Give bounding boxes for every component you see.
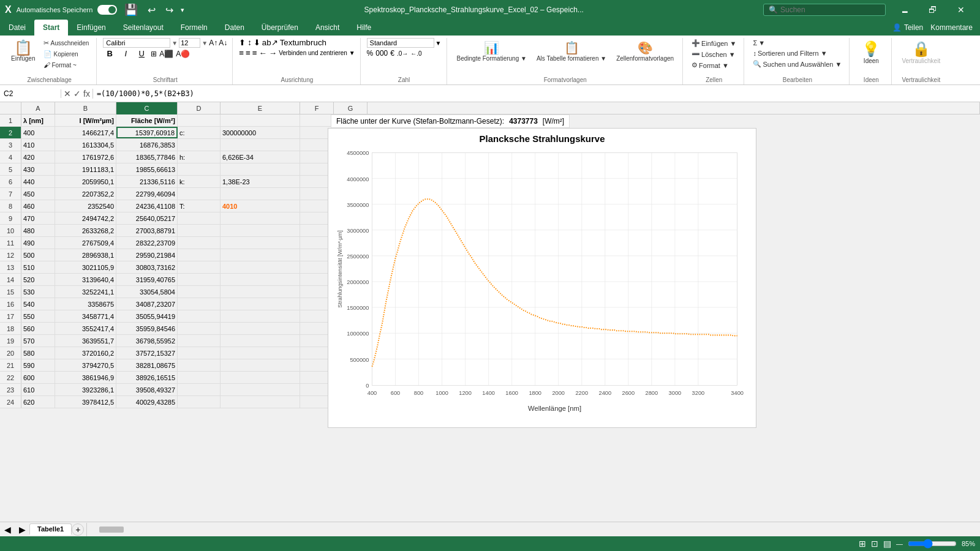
cell-b19[interactable]: 3639551,7 (55, 335, 116, 347)
cell-a3[interactable]: 410 (21, 139, 55, 151)
cell-b20[interactable]: 3720160,2 (55, 347, 116, 359)
cell-c2[interactable]: 15397,60918 (116, 127, 178, 138)
cell-b7[interactable]: 2207352,2 (55, 188, 116, 200)
row-number[interactable]: 21 (0, 359, 21, 371)
cell-b16[interactable]: 3358675 (55, 298, 116, 310)
cell-a4[interactable]: 420 (21, 151, 55, 163)
cell-b10[interactable]: 2633268,2 (55, 225, 116, 236)
cell-d4[interactable]: h: (178, 151, 221, 163)
cell-e14[interactable] (221, 274, 300, 285)
row-number[interactable]: 20 (0, 347, 21, 359)
bold-button[interactable]: B (103, 49, 116, 58)
cell-a10[interactable]: 480 (21, 225, 55, 236)
cell-b5[interactable]: 1911183,1 (55, 163, 116, 175)
border-button[interactable]: ⊞ (151, 50, 157, 58)
cell-b12[interactable]: 2896938,1 (55, 249, 116, 261)
cell-b24[interactable]: 3978412,5 (55, 396, 116, 408)
cell-c9[interactable]: 25640,05217 (116, 212, 178, 224)
row-number[interactable]: 14 (0, 274, 21, 285)
cell-e11[interactable] (221, 237, 300, 249)
font-size-input[interactable] (179, 38, 200, 48)
cell-e7[interactable] (221, 188, 300, 200)
cell-a22[interactable]: 600 (21, 372, 55, 383)
merge-cells-button[interactable]: Verbinden und zentrieren ▼ (279, 48, 355, 58)
cell-e5[interactable] (221, 163, 300, 175)
ideen-button[interactable]: 💡 Ideen (856, 38, 886, 67)
col-header-a[interactable]: A (21, 102, 55, 114)
cell-c5[interactable]: 19855,66613 (116, 163, 178, 175)
cell-d19[interactable] (178, 335, 221, 347)
cell-a17[interactable]: 550 (21, 310, 55, 322)
kommentare-button[interactable]: Kommentare (930, 23, 973, 32)
font-color-button[interactable]: A🔴 (176, 50, 190, 58)
cell-d16[interactable] (178, 298, 221, 310)
cell-d6[interactable]: k: (178, 176, 221, 187)
row-number[interactable]: 7 (0, 188, 21, 200)
cell-a16[interactable]: 540 (21, 298, 55, 310)
row-number[interactable]: 15 (0, 286, 21, 298)
cell-b21[interactable]: 3794270,5 (55, 359, 116, 371)
cell-e23[interactable] (221, 384, 300, 395)
cell-d17[interactable] (178, 310, 221, 322)
confirm-icon[interactable]: ✓ (74, 89, 81, 99)
align-center-button[interactable]: ≡ (246, 48, 251, 58)
align-left-button[interactable]: ≡ (239, 48, 244, 58)
cell-f1[interactable] (300, 114, 334, 126)
cell-a11[interactable]: 490 (21, 237, 55, 249)
einfuegen-button[interactable]: 📋 Einfügen (7, 38, 39, 64)
cell-a21[interactable]: 590 (21, 359, 55, 371)
cell-e24[interactable] (221, 396, 300, 408)
percent-button[interactable]: % (367, 49, 374, 58)
next-sheet-button[interactable]: ▶ (15, 522, 29, 537)
normal-view-button[interactable]: ⊞ (859, 539, 866, 549)
format-uebertragen-button[interactable]: 🖌 Format ~ (41, 60, 91, 70)
row-number[interactable]: 9 (0, 212, 21, 224)
cell-e6[interactable]: 1,38E-23 (221, 176, 300, 187)
row-number[interactable]: 13 (0, 261, 21, 273)
align-top-button[interactable]: ⬆ (239, 38, 246, 47)
cell-e21[interactable] (221, 359, 300, 371)
cell-a7[interactable]: 450 (21, 188, 55, 200)
increase-indent-button[interactable]: → (269, 48, 277, 58)
cell-d13[interactable] (178, 261, 221, 273)
cell-c12[interactable]: 29590,21984 (116, 249, 178, 261)
decrease-font-button[interactable]: A↓ (219, 39, 227, 47)
cell-e1[interactable] (221, 114, 300, 126)
cell-c1[interactable]: Fläche [W/m²] (116, 114, 178, 126)
cell-b14[interactable]: 3139640,4 (55, 274, 116, 285)
insert-function-icon[interactable]: fx (83, 89, 90, 99)
cell-a14[interactable]: 520 (21, 274, 55, 285)
row-number[interactable]: 1 (0, 114, 21, 126)
cell-c17[interactable]: 35055,94419 (116, 310, 178, 322)
cell-a8[interactable]: 460 (21, 200, 55, 212)
cell-a5[interactable]: 430 (21, 163, 55, 175)
cell-e4[interactable]: 6,626E-34 (221, 151, 300, 163)
italic-button[interactable]: I (119, 49, 132, 58)
cell-c18[interactable]: 35959,84546 (116, 323, 178, 334)
cell-c15[interactable]: 33054,5804 (116, 286, 178, 298)
tab-daten[interactable]: Daten (216, 20, 253, 36)
cell-d14[interactable] (178, 274, 221, 285)
col-header-e[interactable]: E (221, 102, 300, 114)
cell-d24[interactable] (178, 396, 221, 408)
cell-b8[interactable]: 2352540 (55, 200, 116, 212)
cell-d9[interactable] (178, 212, 221, 224)
cell-c22[interactable]: 38926,16515 (116, 372, 178, 383)
cell-b2[interactable]: 1466217,4 (55, 127, 116, 138)
fill-color-button[interactable]: A⬛ (159, 50, 173, 58)
cancel-icon[interactable]: ✕ (64, 89, 71, 99)
cell-d2[interactable]: c: (178, 127, 221, 138)
cell-c10[interactable]: 27003,88791 (116, 225, 178, 236)
cell-c11[interactable]: 28322,23709 (116, 237, 178, 249)
cell-d23[interactable] (178, 384, 221, 395)
align-middle-button[interactable]: ↕ (247, 38, 252, 47)
cell-c20[interactable]: 37572,15327 (116, 347, 178, 359)
cell-b1[interactable]: I [W/m²µm] (55, 114, 116, 126)
cell-d20[interactable] (178, 347, 221, 359)
tab-formeln[interactable]: Formeln (172, 20, 216, 36)
cell-e8[interactable]: 4010 (221, 200, 300, 212)
bedingte-formatierung-button[interactable]: 📊 Bedingte Formatierung ▼ (453, 38, 530, 64)
cell-a18[interactable]: 560 (21, 323, 55, 334)
number-format-selector[interactable] (367, 38, 434, 48)
save-button[interactable]: 💾 (122, 3, 140, 17)
